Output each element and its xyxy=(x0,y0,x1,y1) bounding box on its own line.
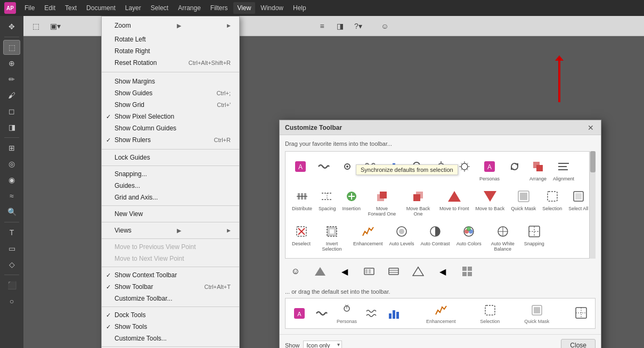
ti-emoji-item[interactable]: ☺ xyxy=(285,261,306,282)
tool-swatches[interactable]: ⬛ xyxy=(3,278,20,293)
di-snapping[interactable] xyxy=(572,304,591,322)
menu-help[interactable]: Help xyxy=(289,2,311,14)
ti-move-forward-item[interactable]: Move Forward One xyxy=(365,186,399,219)
di-quick-mask[interactable]: Quick Mask xyxy=(522,302,551,325)
menu-file[interactable]: File xyxy=(20,2,39,14)
ctx-btn-effects[interactable]: ?▾ xyxy=(350,19,366,34)
tool-pen[interactable]: ✏ xyxy=(3,72,20,87)
dd-show-margins[interactable]: Show Margins xyxy=(102,76,239,87)
tool-clone[interactable]: ⊞ xyxy=(3,140,20,155)
tool-fill[interactable]: ◨ xyxy=(3,120,20,135)
ti-alignment-item[interactable]: Alignment xyxy=(551,156,576,184)
dd-show-tools[interactable]: Show Tools xyxy=(102,321,239,333)
dd-rotate-left[interactable]: Rotate Left xyxy=(102,34,239,45)
menu-document[interactable]: Document xyxy=(82,2,120,14)
dd-show-grid[interactable]: Show Grid Ctrl+' xyxy=(102,99,239,111)
ti-gear-icon[interactable] xyxy=(337,156,358,184)
ti-distribute-item[interactable]: Distribute xyxy=(290,186,314,219)
menu-view[interactable]: View xyxy=(233,2,256,14)
di-affinity[interactable]: A xyxy=(290,305,309,322)
dd-customize-toolbar[interactable]: Customize Toolbar... xyxy=(102,293,239,304)
di-personas[interactable]: Personas xyxy=(335,302,359,325)
di-chart[interactable] xyxy=(385,305,404,322)
dialog-scrollbar[interactable] xyxy=(589,151,596,259)
tool-retouch[interactable]: ◎ xyxy=(3,156,20,171)
ti-enhancement-item[interactable]: Enhancement xyxy=(351,221,385,254)
ti-film-item[interactable] xyxy=(358,261,380,282)
dd-new-view[interactable]: New View xyxy=(102,208,239,220)
tool-red-eye[interactable]: ◉ xyxy=(3,172,20,187)
ti-arrow-item[interactable]: ◀ xyxy=(334,261,355,282)
ti-move-front-item[interactable]: Move to Front xyxy=(437,186,471,219)
ti-select-all-item[interactable]: Select All xyxy=(566,186,590,219)
ti-triangle-item[interactable] xyxy=(309,261,331,282)
close-button[interactable]: Close xyxy=(561,339,596,348)
menu-edit[interactable]: Edit xyxy=(40,2,60,14)
dd-reset-rotation[interactable]: Reset Rotation Ctrl+Alt+Shift+R xyxy=(102,57,239,69)
ti-auto-contrast-item[interactable]: Auto Contrast xyxy=(419,221,452,254)
menu-layer[interactable]: Layer xyxy=(121,2,145,14)
di-waves[interactable] xyxy=(312,305,331,322)
ti-auto-colors-item[interactable]: Auto Colors xyxy=(454,221,484,254)
ti-snapping-item[interactable]: Snapping xyxy=(522,221,547,254)
tool-type[interactable]: T xyxy=(3,225,20,240)
dd-dock-tools[interactable]: Dock Tools xyxy=(102,309,239,321)
tool-selection[interactable]: ⬚ xyxy=(3,40,20,55)
dd-lock-guides[interactable]: Lock Guides xyxy=(102,152,239,163)
ti-waves-icon[interactable] xyxy=(313,156,335,184)
menu-filters[interactable]: Filters xyxy=(206,2,232,14)
di-enhancement[interactable]: Enhancement xyxy=(424,302,458,325)
ctx-btn-1[interactable]: ⬚ xyxy=(28,19,44,34)
dd-show-column-guides[interactable]: Show Column Guides xyxy=(102,122,239,134)
tool-crop[interactable]: ⊕ xyxy=(3,56,20,71)
ti-chart-icon[interactable] xyxy=(384,156,405,184)
menu-select[interactable]: Select xyxy=(146,2,173,14)
ti-auto-levels-item[interactable]: Auto Levels xyxy=(387,221,417,254)
ctx-btn-layers[interactable]: ≡ xyxy=(314,19,330,34)
dd-zoom[interactable]: Zoom ▶ xyxy=(102,20,239,31)
tool-node[interactable]: ◇ xyxy=(3,257,20,272)
dd-show-guides[interactable]: Show Guides Ctrl+; xyxy=(102,87,239,99)
dd-views[interactable]: Views ▶ xyxy=(102,225,239,236)
tool-liquify[interactable]: ≈ xyxy=(3,188,20,203)
tool-color[interactable]: ○ xyxy=(3,294,20,309)
dd-customize-tools[interactable]: Customize Tools... xyxy=(102,333,239,344)
ti-deselect-item[interactable]: Deselect xyxy=(290,221,313,254)
ti-move-back2-item[interactable]: Move to Back xyxy=(474,186,507,219)
ti-search-icon[interactable] xyxy=(407,156,428,184)
dd-show-context-toolbar[interactable]: Show Context Toolbar xyxy=(102,269,239,281)
tool-move[interactable]: ✥ xyxy=(3,19,20,34)
ctx-btn-2[interactable]: ▣▾ xyxy=(46,19,65,34)
ti-insertion-item[interactable]: Insertion xyxy=(340,186,363,219)
di-selection[interactable]: Selection xyxy=(478,302,502,325)
ti-grid-item[interactable] xyxy=(456,261,478,282)
scroll-thumb[interactable] xyxy=(590,151,596,172)
ti-wavy-icon[interactable] xyxy=(360,156,381,184)
dd-guides[interactable]: Guides... xyxy=(102,180,239,192)
show-dropdown[interactable]: Icon only xyxy=(303,341,342,348)
ti-adjustments-icon[interactable] xyxy=(454,156,475,184)
ti-quick-mask-item[interactable]: Quick Mask xyxy=(509,186,538,219)
dd-snapping[interactable]: Snapping... xyxy=(102,168,239,180)
ti-move-back-item[interactable]: Move Back One xyxy=(401,186,435,219)
tool-shape[interactable]: ▭ xyxy=(3,241,20,256)
ti-auto-wb-item[interactable]: Auto White Balance xyxy=(486,221,520,254)
ti-settings-icon[interactable] xyxy=(430,156,452,184)
ctx-btn-emoji[interactable]: ☺ xyxy=(377,19,393,34)
ti-invert-selection-item[interactable]: Invert Selection xyxy=(315,221,349,254)
ti-arrange-item[interactable]: Arrange xyxy=(527,156,549,184)
dd-show-rulers[interactable]: Show Rulers Ctrl+R xyxy=(102,134,239,146)
dd-show-pixel-selection[interactable]: Show Pixel Selection xyxy=(102,111,239,122)
dd-rotate-right[interactable]: Rotate Right xyxy=(102,45,239,57)
ti-sync-icon[interactable] xyxy=(504,156,525,177)
dd-show-toolbar[interactable]: Show Toolbar Ctrl+Alt+T xyxy=(102,281,239,293)
ti-selection-item[interactable]: Selection xyxy=(540,186,564,219)
ti-spacing-item[interactable]: Spacing xyxy=(316,186,338,219)
dialog-close-button[interactable]: ✕ xyxy=(586,123,596,132)
ti-personas-icon[interactable]: A xyxy=(290,156,311,184)
ti-triangle2-item[interactable] xyxy=(407,261,429,282)
ti-arrow2-item[interactable]: ◀ xyxy=(432,261,453,282)
dd-grid-axis[interactable]: Grid and Axis... xyxy=(102,192,239,203)
ti-film2-item[interactable] xyxy=(383,261,404,282)
ctx-btn-adjustments[interactable]: ◨ xyxy=(332,19,348,34)
